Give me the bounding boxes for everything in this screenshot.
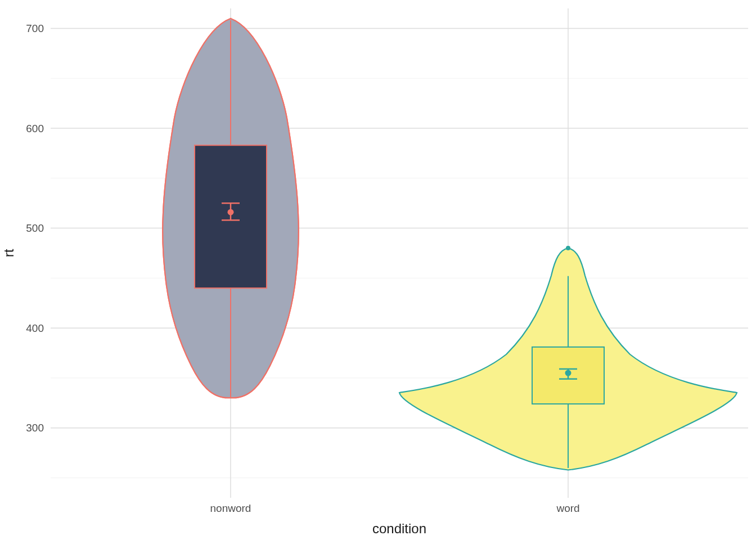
y-tick-300: 300 [26,422,44,434]
x-axis-ticks: nonword word [210,502,580,514]
y-tick-600: 600 [26,123,44,134]
outlier-word [566,246,570,250]
y-axis-ticks: 300 400 500 600 700 [26,22,44,434]
y-axis-title: rt [1,249,16,257]
mean-point-word [565,370,572,376]
y-tick-400: 400 [26,322,44,334]
chart-svg: 300 400 500 600 700 nonword word conditi… [0,0,756,540]
plot-container: 300 400 500 600 700 nonword word conditi… [0,0,756,540]
x-tick-nonword: nonword [210,502,251,514]
mean-point-nonword [228,209,234,215]
x-axis-title: condition [372,521,426,536]
x-tick-word: word [556,502,579,514]
y-tick-500: 500 [26,222,44,234]
y-tick-700: 700 [26,22,44,34]
